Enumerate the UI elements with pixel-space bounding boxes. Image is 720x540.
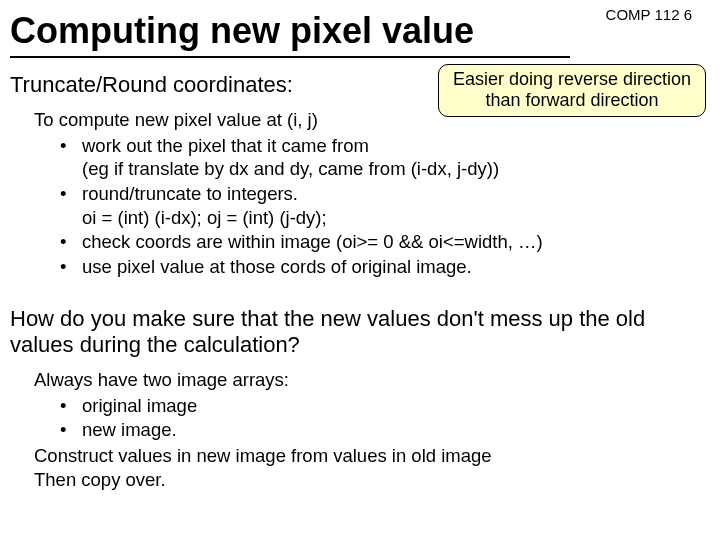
section1-bullet: work out the pixel that it came from(eg … — [82, 134, 694, 181]
section2-lead: Always have two image arrays: — [34, 368, 694, 392]
section1-heading: Truncate/Round coordinates: — [10, 72, 293, 98]
section2-bullet: new image. — [82, 418, 694, 442]
title-underline — [10, 56, 570, 58]
section1-bullet-list: work out the pixel that it came from(eg … — [34, 134, 694, 279]
section1-body: To compute new pixel value at (i, j) wor… — [34, 108, 694, 280]
slide: COMP 112 6 Computing new pixel value Eas… — [0, 0, 720, 540]
callout-line1: Easier doing reverse direction — [447, 69, 697, 90]
question-text: How do you make sure that the new values… — [10, 306, 702, 359]
section2-bullet-list: original image new image. — [34, 394, 694, 442]
section1-bullet: use pixel value at those cords of origin… — [82, 255, 694, 279]
section2-tail2: Then copy over. — [34, 468, 694, 492]
callout-line2: than forward direction — [447, 90, 697, 111]
section1-bullet: round/truncate to integers.oi = (int) (i… — [82, 182, 694, 229]
section2-tail1: Construct values in new image from value… — [34, 444, 694, 468]
course-code: COMP 112 6 — [606, 6, 692, 23]
section2-body: Always have two image arrays: original i… — [34, 368, 694, 492]
section1-bullet: check coords are within image (oi>= 0 &&… — [82, 230, 694, 254]
section2-bullet: original image — [82, 394, 694, 418]
title-block: Computing new pixel value — [10, 12, 570, 58]
callout-bubble: Easier doing reverse direction than forw… — [438, 64, 706, 117]
page-title: Computing new pixel value — [10, 12, 570, 54]
